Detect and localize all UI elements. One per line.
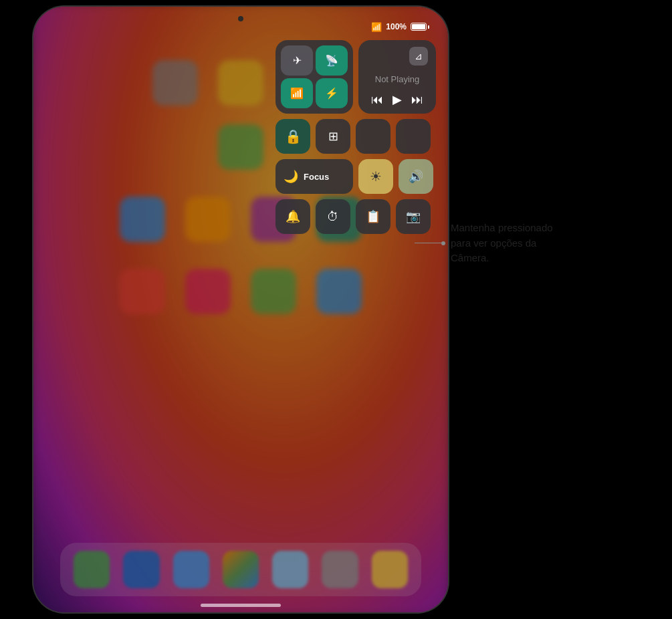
home-indicator[interactable] — [201, 604, 281, 607]
airplay-icon: ⊿ — [415, 51, 423, 61]
status-bar-right: 📶 100% — [371, 22, 429, 32]
now-playing-block: ⊿ Not Playing ⏮ ▶ ⏭ — [358, 40, 436, 114]
alarm-icon: 🔔 — [286, 209, 300, 224]
battery-percent: 100% — [386, 22, 407, 31]
wifi-icon: 📶 — [371, 22, 382, 32]
callout-line-container — [415, 241, 445, 245]
notes-button[interactable]: 📋 — [356, 199, 390, 234]
wifi-icon: 📶 — [290, 87, 304, 100]
cc-row-2: 🔒 ⊞ — [275, 119, 436, 154]
control-center: ✈ 📡 📶 ⚡ ⊿ — [275, 40, 436, 234]
timer-icon: ⏱ — [327, 210, 339, 224]
screen-mirror-icon: ⊞ — [328, 129, 338, 144]
airplay-button[interactable]: ⊿ — [409, 47, 428, 66]
playback-controls: ⏮ ▶ ⏭ — [366, 92, 428, 107]
wifi-button[interactable]: 📶 — [281, 78, 313, 108]
timer-button[interactable]: ⏱ — [316, 199, 350, 234]
airplane-mode-button[interactable]: ✈ — [281, 45, 313, 76]
focus-label: Focus — [304, 172, 329, 182]
rewind-button[interactable]: ⏮ — [371, 93, 383, 107]
ipad-frame: 📶 100% — [33, 7, 448, 612]
cc-row-3: 🌙 Focus ☀ 🔊 — [275, 159, 436, 194]
battery-icon — [411, 23, 429, 31]
volume-button[interactable]: 🔊 — [399, 159, 433, 194]
lock-rotation-icon: 🔒 — [285, 128, 302, 144]
cellular-icon: 📡 — [325, 54, 338, 67]
screen-mirror-button[interactable]: ⊞ — [316, 119, 350, 154]
volume-icon: 🔊 — [409, 169, 423, 184]
alarm-button[interactable]: 🔔 — [275, 199, 310, 234]
bluetooth-button[interactable]: ⚡ — [316, 78, 348, 108]
moon-icon: 🌙 — [284, 169, 298, 184]
connectivity-block: ✈ 📡 📶 ⚡ — [275, 40, 353, 114]
callout-text: Mantenha pressionado para ver opções da … — [451, 221, 553, 266]
home-screen: 📶 100% — [33, 7, 448, 612]
callout-line — [415, 243, 441, 243]
airplane-icon: ✈ — [293, 54, 302, 67]
unknown-btn-1[interactable] — [356, 119, 390, 154]
bluetooth-icon: ⚡ — [325, 87, 338, 100]
brightness-icon: ☀ — [370, 168, 382, 184]
brightness-button[interactable]: ☀ — [358, 159, 393, 194]
callout-dot — [441, 241, 445, 245]
cc-row-1: ✈ 📡 📶 ⚡ ⊿ — [275, 40, 436, 114]
not-playing-label: Not Playing — [366, 74, 428, 84]
focus-button[interactable]: 🌙 Focus — [275, 159, 353, 194]
unknown-btn-2[interactable] — [396, 119, 431, 154]
front-camera — [238, 16, 243, 21]
cc-row-4: 🔔 ⏱ 📋 📷 — [275, 199, 436, 234]
forward-button[interactable]: ⏭ — [411, 93, 423, 107]
notes-icon: 📋 — [366, 209, 380, 224]
lock-rotation-button[interactable]: 🔒 — [275, 119, 310, 154]
callout: Mantenha pressionado para ver opções da … — [415, 221, 659, 266]
play-button[interactable]: ▶ — [393, 92, 402, 107]
cellular-button[interactable]: 📡 — [316, 45, 348, 76]
